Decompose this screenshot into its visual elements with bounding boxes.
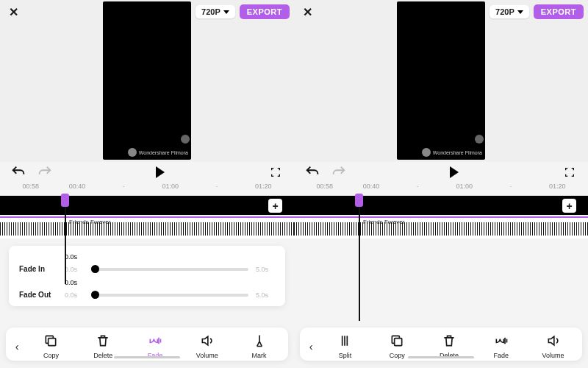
- video-preview: Wondershare Filmora: [397, 1, 485, 160]
- timeline-ruler: 00:5800:40·01:00·01:20: [0, 183, 294, 196]
- fade-icon: [148, 333, 162, 350]
- back-button[interactable]: ‹: [9, 341, 25, 353]
- tool-copy[interactable]: Copy: [371, 333, 423, 359]
- volume-icon: [546, 333, 561, 350]
- fade-out-slider[interactable]: [91, 294, 248, 297]
- quality-dropdown[interactable]: 720P: [196, 5, 235, 18]
- tool-delete[interactable]: Delete: [423, 333, 476, 359]
- play-button[interactable]: [152, 164, 168, 180]
- left-screenshot: ✕ 720P EXPORT Wondershare Filmora 00:580…: [0, 0, 294, 368]
- add-track-button[interactable]: +: [562, 199, 576, 213]
- home-indicator: [114, 356, 180, 358]
- playhead-handle[interactable]: [355, 194, 363, 207]
- waveform-icon: [294, 222, 588, 236]
- tool-fade[interactable]: Fade: [475, 333, 527, 359]
- tool-volume[interactable]: Volume: [181, 333, 233, 359]
- export-button[interactable]: EXPORT: [534, 4, 584, 19]
- remove-watermark-icon[interactable]: [475, 135, 484, 144]
- copy-icon: [390, 333, 404, 350]
- tool-copy[interactable]: Copy: [25, 333, 77, 359]
- fullscreen-button[interactable]: [562, 164, 578, 180]
- fullscreen-button[interactable]: [268, 164, 284, 180]
- watermark-logo-icon: [128, 148, 137, 157]
- redo-button[interactable]: [37, 164, 53, 180]
- back-button[interactable]: ‹: [303, 341, 319, 353]
- svg-rect-0: [49, 339, 56, 346]
- mark-icon: [252, 333, 267, 350]
- waveform-icon: [0, 222, 294, 236]
- video-preview: Wondershare Filmora: [103, 1, 191, 160]
- video-track[interactable]: +: [294, 196, 588, 215]
- chevron-down-icon: [517, 10, 523, 14]
- fade-in-slider[interactable]: [91, 268, 248, 271]
- split-icon: [337, 333, 352, 350]
- close-button[interactable]: ✕: [4, 3, 22, 21]
- play-button[interactable]: [446, 164, 462, 180]
- watermark-logo-icon: [422, 148, 431, 157]
- playhead-handle[interactable]: [61, 194, 69, 207]
- right-screenshot: ✕ 720P EXPORT Wondershare Filmora 00:580…: [294, 0, 588, 368]
- delete-icon: [442, 333, 456, 350]
- delete-icon: [96, 333, 110, 350]
- tool-fade[interactable]: Fade: [129, 333, 182, 359]
- volume-icon: [200, 333, 215, 350]
- undo-button[interactable]: [304, 164, 320, 180]
- add-track-button[interactable]: +: [268, 199, 282, 213]
- fade-icon: [494, 333, 509, 350]
- tool-mark[interactable]: Mark: [233, 333, 285, 359]
- fade-in-label: Fade In: [19, 265, 57, 273]
- play-icon: [450, 166, 459, 178]
- close-button[interactable]: ✕: [298, 3, 316, 21]
- undo-button[interactable]: [10, 164, 26, 180]
- home-indicator: [408, 356, 474, 358]
- audio-track[interactable]: Friends Forever: [294, 216, 588, 238]
- remove-watermark-icon[interactable]: [181, 135, 190, 144]
- chevron-down-icon: [223, 10, 229, 14]
- svg-rect-1: [395, 339, 402, 346]
- redo-button[interactable]: [331, 164, 347, 180]
- tool-split[interactable]: Split: [319, 333, 371, 359]
- export-button[interactable]: EXPORT: [240, 4, 290, 19]
- quality-dropdown[interactable]: 720P: [490, 5, 529, 18]
- timeline-ruler: 00:5800:40·01:00·01:20: [294, 183, 588, 196]
- copy-icon: [43, 333, 58, 350]
- fade-out-label: Fade Out: [19, 291, 57, 299]
- play-icon: [156, 166, 165, 178]
- audio-track[interactable]: Friends Forever: [0, 216, 294, 238]
- tool-delete[interactable]: Delete: [77, 333, 129, 359]
- video-track[interactable]: +: [0, 196, 294, 215]
- tool-volume[interactable]: Volume: [527, 333, 579, 359]
- fade-panel: 0.0s Fade In 0.0s 5.0s 0.0s Fade Out 0.0…: [9, 246, 285, 306]
